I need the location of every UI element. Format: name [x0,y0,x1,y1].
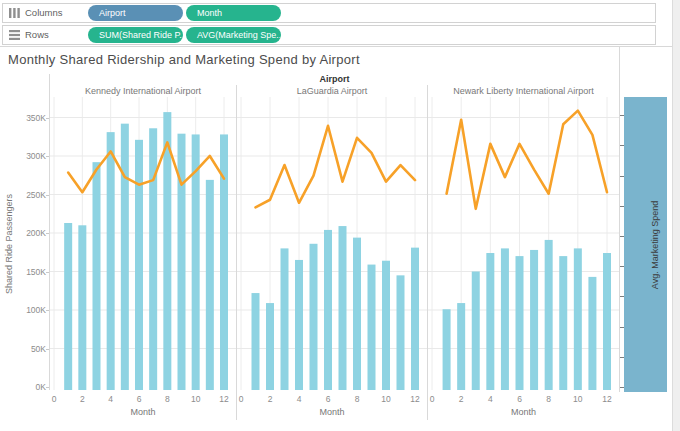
ridership-bar[interactable] [574,248,582,390]
x-axis-tick-label: 10 [376,394,396,404]
panel-header-kennedy: Kennedy International Airport [50,86,236,96]
ridership-bar[interactable] [339,226,347,390]
marketing-spend-line[interactable] [68,142,224,192]
right-axis-title: Avg. Marketing Spend [647,97,664,392]
left-axis-tick-label: 0K [12,382,46,392]
ridership-bar[interactable] [397,275,405,390]
left-axis-tick-label: 100K [12,305,46,315]
viz-panel-2[interactable] [428,97,619,390]
rows-icon [9,30,20,40]
ridership-bar[interactable] [252,293,260,390]
ridership-bar[interactable] [411,248,419,390]
plot-right-edge [619,47,620,392]
x-axis-tick-label: 2 [72,394,92,404]
ridership-bar[interactable] [443,309,451,390]
ridership-bar[interactable] [149,128,157,390]
ridership-bar[interactable] [588,277,596,390]
left-axis-tick-mark [46,118,49,119]
left-axis-tick-mark [46,310,49,311]
viz-panel-0[interactable] [50,97,236,390]
rows-shelf[interactable]: Rows SUM(Shared Ride P..AVG(Marketing Sp… [2,25,656,45]
ridership-bar[interactable] [472,272,480,391]
ridership-bar[interactable] [559,256,567,390]
left-axis-tick-mark [46,233,49,234]
ridership-bar[interactable] [178,134,186,390]
columns-icon [9,8,20,18]
panel-header-laguardia: LaGuardia Airport [237,86,427,96]
ridership-bar[interactable] [206,180,214,390]
ridership-bar[interactable] [516,256,524,390]
x-axis-title-laguardia: Month [237,407,427,417]
ridership-bar[interactable] [107,132,115,390]
columns-pill-area: AirportMonth [88,5,281,21]
rows-pill-area: SUM(Shared Ride P..AVG(Marketing Spe.. [88,27,281,43]
ridership-bar[interactable] [382,261,390,390]
x-axis-tick-label: 6 [318,394,338,404]
left-axis-tick-label: 150K [12,267,46,277]
ridership-bar[interactable] [368,265,376,390]
left-axis-tick-label: 300K [12,151,46,161]
left-axis-tick-mark [46,272,49,273]
x-axis-tick-label: 10 [568,394,588,404]
ridership-bar[interactable] [93,162,101,390]
x-axis-tick-label: 8 [347,394,367,404]
ridership-bar[interactable] [324,230,332,390]
x-axis-title-kennedy: Month [50,407,236,417]
x-axis-tick-label: 6 [510,394,530,404]
ridership-bar[interactable] [64,223,72,390]
left-axis-tick-mark [46,387,49,388]
left-axis-tick-label: 350K [12,113,46,123]
ridership-bar[interactable] [486,253,494,390]
panel-header-newark: Newark Liberty International Airport [428,86,619,96]
field-pill[interactable]: Month [186,5,281,21]
x-axis-tick-label: 12 [597,394,617,404]
ridership-bar[interactable] [501,248,509,390]
marketing-spend-line[interactable] [256,126,416,208]
field-pill[interactable]: SUM(Shared Ride P.. [88,27,183,43]
x-axis-tick-label: 8 [539,394,559,404]
x-axis-tick-label: 10 [186,394,206,404]
viz-panel-1[interactable] [237,97,427,390]
ridership-bar[interactable] [457,303,465,390]
field-pill[interactable]: Airport [88,5,183,21]
x-axis-tick-label: 4 [289,394,309,404]
left-axis-tick-mark [46,195,49,196]
x-axis-tick-label: 4 [101,394,121,404]
ridership-bar[interactable] [295,260,303,390]
x-axis-tick-label: 6 [129,394,149,404]
rows-shelf-label: Rows [25,29,49,40]
ridership-bar[interactable] [310,244,318,390]
left-axis-tick-mark [46,156,49,157]
left-axis-tick-mark [46,349,49,350]
chart-title: Monthly Shared Ridership and Marketing S… [8,52,360,67]
ridership-bar[interactable] [603,253,611,390]
x-axis-title-newark: Month [428,407,619,417]
x-axis-tick-label: 0 [422,394,442,404]
columns-shelf[interactable]: Columns AirportMonth [2,3,656,23]
field-pill[interactable]: AVG(Marketing Spe.. [186,27,281,43]
ridership-bar[interactable] [353,238,361,390]
column-field-header: Airport [50,74,619,84]
tableau-worksheet: Columns AirportMonth Rows SUM(Shared Rid… [0,0,680,431]
right-scroll-strip[interactable] [672,0,680,431]
columns-shelf-label: Columns [25,7,63,18]
x-axis-tick-label: 2 [260,394,280,404]
x-axis-tick-label: 4 [480,394,500,404]
x-axis-tick-label: 2 [451,394,471,404]
ridership-bar[interactable] [266,303,274,390]
ridership-bar[interactable] [530,250,538,390]
left-axis-tick-label: 200K [12,228,46,238]
x-axis-tick-label: 8 [157,394,177,404]
ridership-bar[interactable] [78,225,86,390]
left-axis-tick-label: 250K [12,190,46,200]
ridership-bar[interactable] [281,248,289,390]
ridership-bar[interactable] [121,124,129,390]
x-axis-tick-label: 0 [231,394,251,404]
shelf-view-divider [0,46,672,47]
ridership-bar[interactable] [135,140,143,390]
left-axis-tick-label: 50K [12,344,46,354]
ridership-bar[interactable] [545,240,553,390]
x-axis-tick-label: 0 [44,394,64,404]
